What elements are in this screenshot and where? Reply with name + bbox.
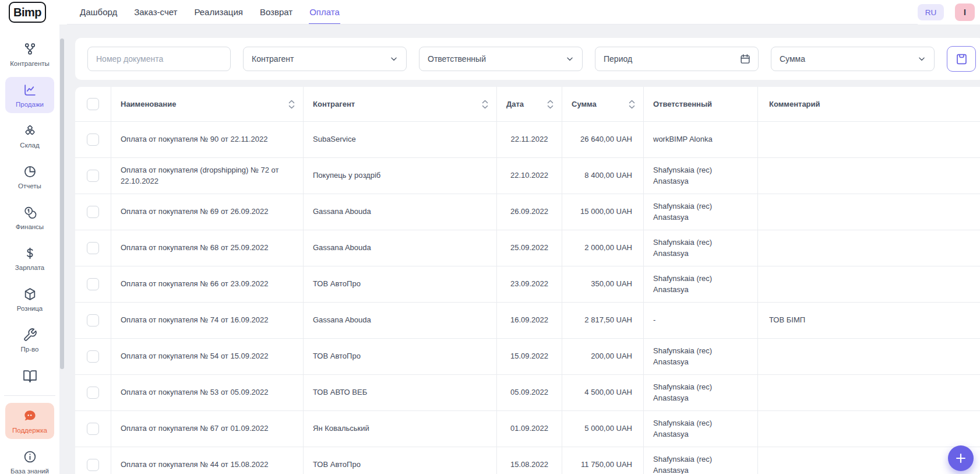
row-checkbox[interactable] xyxy=(87,242,99,254)
dollar-icon xyxy=(22,246,37,261)
archive-button[interactable] xyxy=(947,46,976,72)
sort-icon[interactable] xyxy=(629,100,635,109)
cell-text: Оплата от покупателя № 69 от 26.09.2022 xyxy=(121,206,268,217)
coins-icon xyxy=(22,205,37,220)
cell-text: 26.09.2022 xyxy=(510,206,548,217)
cell-responsible: Shafynskaia (rec) Anastasya xyxy=(644,447,758,474)
cell-text: Shafynskaia (rec) Anastasya xyxy=(653,454,748,474)
cell-name: Оплата от покупателя № 68 от 25.09.2022 xyxy=(111,230,304,266)
column-header-date[interactable]: Дата xyxy=(497,87,562,121)
language-badge[interactable]: RU xyxy=(918,4,944,20)
sidebar-item-label: База знаний xyxy=(10,468,49,474)
sidebar-item-salary[interactable]: Зарплата xyxy=(5,240,54,276)
chat-icon xyxy=(22,409,37,424)
row-checkbox-cell xyxy=(75,194,111,230)
tab-realization[interactable]: Реализация xyxy=(193,0,243,24)
sidebar-item-retail[interactable]: Розница xyxy=(5,281,54,317)
cell-text: Оплата от покупателя № 44 от 15.08.2022 xyxy=(121,459,268,471)
book-icon xyxy=(22,368,37,384)
cell-comment xyxy=(758,266,980,302)
cell-name: Оплата от покупателя № 69 от 26.09.2022 xyxy=(111,194,304,230)
sidebar: Bimp КонтрагентыПродажиСкладОтчетыФинанс… xyxy=(0,0,59,474)
cell-date: 15.09.2022 xyxy=(497,339,562,374)
tab-order-invoice[interactable]: Заказ-счет xyxy=(133,0,178,24)
chevron-down-icon xyxy=(565,54,575,64)
cubes-icon xyxy=(22,124,37,139)
table-row[interactable]: Оплата от покупателя № 54 от 15.09.2022Т… xyxy=(75,338,980,374)
cell-text: 2 000,00 UAH xyxy=(584,243,632,254)
contragent-filter[interactable]: Контрагент xyxy=(243,47,407,71)
cell-comment xyxy=(758,339,980,374)
table-row[interactable]: Оплата от покупателя № 74 от 16.09.2022G… xyxy=(75,302,980,338)
row-checkbox[interactable] xyxy=(87,350,99,363)
tab-return[interactable]: Возврат xyxy=(259,0,293,24)
cell-contragent: ТОВ АвтоПро xyxy=(304,266,497,302)
column-header-sum[interactable]: Сумма xyxy=(562,87,644,121)
table-row[interactable]: Оплата от покупателя № 53 от 05.09.2022Т… xyxy=(75,374,980,410)
cell-responsible: Shafynskaia (rec) Anastasya xyxy=(644,158,758,194)
table-row[interactable]: Оплата от покупателя № 44 от 15.08.2022Т… xyxy=(75,447,980,474)
column-header-contragent[interactable]: Контрагент xyxy=(304,87,497,121)
table-row[interactable]: Оплата от покупателя № 66 от 23.09.2022Т… xyxy=(75,266,980,302)
cell-name: Оплата от покупателя № 53 от 05.09.2022 xyxy=(111,375,304,410)
sidebar-item-label: Финансы xyxy=(16,223,44,230)
table-row[interactable]: Оплата от покупателя № 69 от 26.09.2022G… xyxy=(75,194,980,230)
cell-sum: 15 000,00 UAH xyxy=(562,194,644,230)
cell-comment xyxy=(758,375,980,410)
avatar[interactable]: I xyxy=(955,3,975,21)
sort-icon[interactable] xyxy=(547,100,554,109)
row-checkbox[interactable] xyxy=(87,206,99,218)
row-checkbox[interactable] xyxy=(87,459,99,471)
column-header-responsible: Ответственный xyxy=(644,87,758,121)
table-row[interactable]: Оплата от покупателя (dropshipping) № 72… xyxy=(75,157,980,194)
period-filter-label: Период xyxy=(604,54,632,64)
cell-contragent: Ян Ковальський xyxy=(304,411,497,447)
table-row[interactable]: Оплата от покупателя № 67 от 01.09.2022Я… xyxy=(75,410,980,447)
row-checkbox[interactable] xyxy=(87,387,99,399)
tab-payment[interactable]: Оплата xyxy=(309,0,340,24)
cell-name: Оплата от покупателя № 66 от 23.09.2022 xyxy=(111,266,304,302)
cell-date: 22.11.2022 xyxy=(497,122,562,157)
sort-icon[interactable] xyxy=(482,100,488,109)
cell-contragent: Gassana Abouda xyxy=(304,230,497,266)
row-checkbox[interactable] xyxy=(87,278,99,290)
column-header-name[interactable]: Наименование xyxy=(111,87,304,121)
cell-text: 350,00 UAH xyxy=(591,279,632,290)
cell-text: Оплата от покупателя № 53 от 05.09.2022 xyxy=(121,387,268,398)
table-row[interactable]: Оплата от покупателя № 90 от 22.11.2022S… xyxy=(75,121,980,157)
sidebar-item-production[interactable]: Пр-во xyxy=(5,322,54,358)
sum-filter[interactable]: Сумма xyxy=(771,47,935,71)
cell-text: 16.09.2022 xyxy=(510,315,548,326)
sidebar-item-reports[interactable]: Отчеты xyxy=(5,159,54,195)
cell-contragent: Gassana Abouda xyxy=(304,303,497,338)
row-checkbox[interactable] xyxy=(87,423,99,435)
sidebar-item-manual[interactable] xyxy=(5,363,54,389)
period-filter[interactable]: Период xyxy=(595,47,759,71)
sidebar-item-sales[interactable]: Продажи xyxy=(5,77,54,113)
sidebar-item-warehouse[interactable]: Склад xyxy=(5,118,54,154)
document-number-input[interactable] xyxy=(87,47,231,71)
select-all-checkbox[interactable] xyxy=(87,98,99,110)
cell-text: Gassana Abouda xyxy=(313,315,371,326)
row-checkbox[interactable] xyxy=(87,314,99,326)
sidebar-item-knowledge-base[interactable]: База знаний xyxy=(5,444,54,474)
payments-table: НаименованиеКонтрагентДатаСуммаОтветстве… xyxy=(75,87,980,474)
cell-sum: 4 500,00 UAH xyxy=(562,375,644,410)
sidebar-item-finance[interactable]: Финансы xyxy=(5,199,54,236)
sidebar-scrollbar-thumb[interactable] xyxy=(60,38,64,369)
cell-text: Shafynskaia (rec) Anastasya xyxy=(653,201,748,223)
table-row[interactable]: Оплата от покупателя № 68 от 25.09.2022G… xyxy=(75,230,980,266)
tab-dashboard[interactable]: Дашборд xyxy=(79,0,118,24)
cell-text: Gassana Abouda xyxy=(313,206,371,217)
chevron-down-icon xyxy=(916,54,927,64)
sort-icon[interactable] xyxy=(288,100,295,109)
responsible-filter[interactable]: Ответственный xyxy=(419,47,583,71)
row-checkbox-cell xyxy=(75,339,111,374)
row-checkbox[interactable] xyxy=(87,170,99,182)
sidebar-item-support[interactable]: Поддержка xyxy=(5,403,54,439)
sidebar-item-contragents[interactable]: Контрагенты xyxy=(5,36,54,72)
add-payment-fab[interactable] xyxy=(948,445,974,471)
contragent-filter-label: Контрагент xyxy=(252,54,294,64)
row-checkbox[interactable] xyxy=(87,134,99,146)
cell-name: Оплата от покупателя № 74 от 16.09.2022 xyxy=(111,303,304,338)
